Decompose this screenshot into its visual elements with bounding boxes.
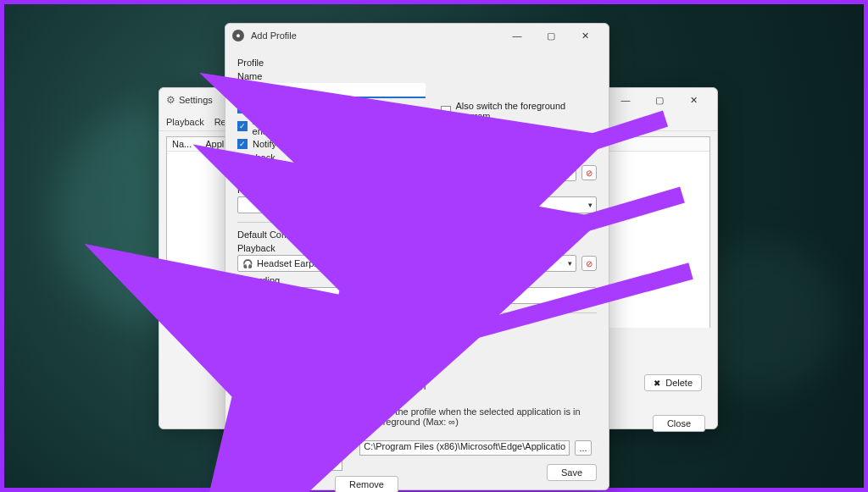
settings-title: Settings [179, 95, 213, 105]
delete-button[interactable]: ✖ Delete [644, 374, 702, 391]
col-name: Na... [172, 139, 192, 149]
chevron-down-icon: ▾ [588, 201, 593, 209]
available-triggers-label: Available Triggers [237, 334, 597, 344]
addprofile-titlebar: ● Add Profile — ▢ ✕ [225, 24, 609, 47]
minimize-button[interactable]: — [500, 24, 534, 47]
clear-playback-button[interactable]: ⊘ [581, 165, 597, 180]
separator [237, 312, 597, 313]
frame: ⚙ Settings — ▢ ✕ Playback Recor Na... Ap… [0, 0, 868, 492]
add-trigger-button[interactable]: Add [346, 346, 398, 362]
gear-icon: ⚙ [166, 94, 175, 106]
close-settings-button[interactable]: Close [653, 415, 705, 432]
checkbox-foreground[interactable]: ✓ [441, 106, 451, 116]
chevron-down-icon: ▾ [588, 291, 593, 300]
profile-section-label: Profile [237, 58, 597, 68]
minimize-button[interactable]: — [609, 88, 643, 112]
trigger-detail-title: Application path [359, 381, 592, 391]
headphones-icon: 🎧 [242, 167, 253, 179]
name-input[interactable] [237, 83, 426, 98]
chevron-down-icon: ▾ [331, 350, 335, 358]
triggers-section-label: Triggers [237, 320, 597, 330]
checkbox-restore[interactable]: ✓ [237, 121, 248, 131]
add-profile-window: ● Add Profile — ▢ ✕ Profile Name ✓ Also … [225, 23, 609, 490]
headset-icon: 🎧 [242, 257, 253, 269]
trigger-description-body: Activate the profile when the selected a… [359, 406, 592, 427]
comm-section-label: Default Communication Device [237, 229, 597, 240]
name-label: Name [237, 71, 597, 81]
remove-trigger-button[interactable]: Remove [335, 476, 398, 492]
checkbox-foreground-label: Also switch the foreground program [456, 101, 597, 121]
comm-playback-label: Playback [237, 243, 597, 253]
recording-dropdown[interactable]: ▾ [237, 196, 597, 213]
checkbox-notify-label: Notify when profile is triggered [253, 139, 378, 149]
chevron-down-icon: ▾ [568, 169, 572, 177]
tab-playback[interactable]: Playback [166, 113, 204, 130]
checkbox-restore-label: Restore devices when trigger ends [253, 116, 390, 136]
save-button[interactable]: Save [547, 464, 597, 481]
maximize-button[interactable]: ▢ [534, 24, 568, 47]
application-path-input[interactable]: C:\Program Files (x86)\Microsoft\Edge\Ap… [359, 440, 570, 456]
checkbox-switch-default-label: Also switch default device [253, 103, 359, 113]
playback-label: Playback [237, 152, 597, 163]
checkbox-switch-default[interactable]: ✓ [237, 103, 248, 113]
maximize-button[interactable]: ▢ [643, 88, 676, 112]
playback-dropdown[interactable]: 🎧 Headphones (SteelSeries Arctis 9 Game)… [237, 164, 576, 181]
browse-button[interactable]: ... [575, 440, 592, 456]
trash-icon: ✖ [654, 379, 660, 388]
comm-playback-value: Headset Earphone (SteelSeries Arctis 9 C… [257, 258, 565, 268]
trigger-description-label: Description [359, 395, 592, 405]
active-trigger-item[interactable]: Application path [238, 380, 342, 392]
delete-label: Delete [665, 378, 693, 388]
comm-recording-dropdown[interactable]: ▾ [237, 287, 597, 304]
available-triggers-value: Application path [242, 349, 327, 359]
separator [237, 222, 597, 223]
comm-playback-dropdown[interactable]: 🎧 Headset Earphone (SteelSeries Arctis 9… [237, 255, 576, 272]
clear-comm-playback-button[interactable]: ⊘ [581, 256, 597, 271]
chevron-down-icon: ▾ [568, 259, 572, 268]
user-icon: ● [232, 30, 244, 41]
active-triggers-label: Active Triggers [237, 366, 597, 376]
playback-value: Headphones (SteelSeries Arctis 9 Game) [257, 168, 565, 178]
checkbox-notify[interactable]: ✓ [237, 139, 248, 149]
comm-recording-label: Recording [237, 275, 597, 285]
close-button[interactable]: ✕ [676, 88, 710, 112]
available-triggers-dropdown[interactable]: Application path ▾ [237, 346, 339, 362]
addprofile-title: Add Profile [251, 30, 297, 41]
close-button[interactable]: ✕ [568, 24, 602, 47]
active-triggers-list[interactable]: Application path [237, 379, 342, 471]
recording-label: Recording [237, 185, 597, 195]
